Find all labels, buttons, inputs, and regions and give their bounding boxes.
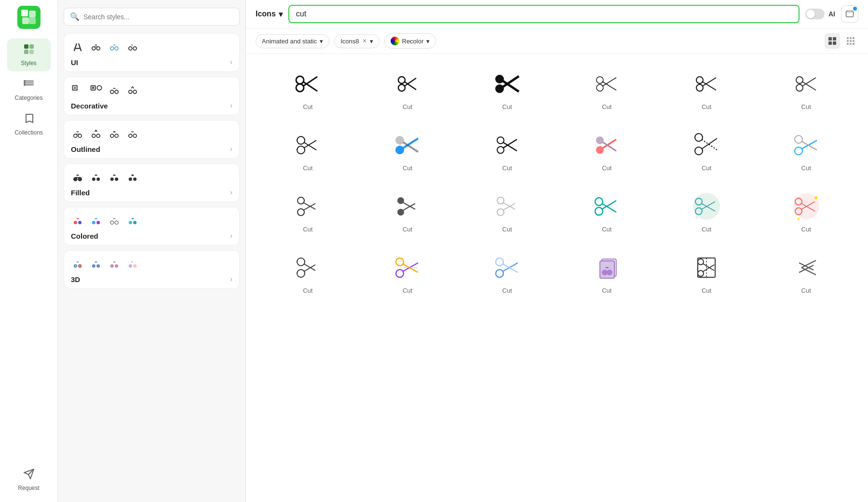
svg-point-28 — [97, 86, 101, 90]
filter-chevron-icon: ▾ — [320, 38, 323, 45]
list-view-button[interactable] — [843, 33, 858, 49]
svg-point-193 — [698, 271, 704, 276]
svg-line-122 — [304, 142, 316, 150]
svg-point-172 — [798, 218, 800, 220]
filter-animated-label: Animated and static — [262, 38, 317, 45]
svg-point-95 — [296, 84, 304, 92]
style-card-filled[interactable]: Filled › — [64, 163, 240, 202]
svg-point-111 — [696, 84, 703, 91]
svg-point-177 — [396, 270, 404, 277]
chevron-icon: › — [230, 101, 232, 110]
icon-item-cut-8[interactable]: Cut — [360, 125, 455, 176]
icon-item-cut-3[interactable]: Cut — [460, 64, 555, 115]
sidebar-item-label: Categories — [14, 95, 42, 101]
svg-point-174 — [297, 258, 305, 266]
style-card-decorative[interactable]: Decorative › — [64, 77, 240, 115]
sidebar-item-collections[interactable]: Collections — [7, 108, 51, 141]
icon-item-cut-7[interactable]: Cut — [260, 125, 355, 176]
svg-line-97 — [303, 77, 317, 86]
sidebar-item-categories[interactable]: Categories — [7, 73, 51, 106]
svg-point-19 — [115, 47, 118, 50]
svg-rect-94 — [853, 43, 854, 45]
svg-point-66 — [129, 221, 132, 224]
icon-item-cut-5[interactable]: Cut — [659, 64, 754, 115]
ai-toggle-switch[interactable] — [805, 9, 825, 19]
collections-icon — [23, 113, 35, 127]
icon-item-cut-2[interactable]: Cut — [360, 64, 455, 115]
icon-image — [292, 252, 323, 283]
search-box[interactable]: 🔍 — [64, 8, 240, 26]
filter-animated-static[interactable]: Animated and static ▾ — [256, 34, 329, 48]
main-search-input[interactable] — [288, 5, 800, 23]
sidebar-item-request[interactable]: Request — [7, 463, 51, 496]
icons-dropdown[interactable]: Icons ▾ — [256, 10, 283, 19]
icon-image — [591, 68, 622, 99]
icon-image — [791, 68, 822, 99]
svg-point-69 — [74, 264, 77, 268]
svg-rect-84 — [828, 41, 832, 45]
filter-source[interactable]: Icons8 ✕ ▾ — [334, 34, 379, 48]
svg-point-99 — [398, 84, 405, 91]
svg-point-171 — [814, 196, 817, 199]
style-card-footer: Outlined › — [71, 145, 232, 153]
icon-item-cut-11[interactable]: Cut — [659, 125, 754, 176]
icon-item-cut-17[interactable]: Cut — [659, 186, 754, 238]
style-card-icons — [71, 127, 232, 141]
icon-item-cut-23[interactable]: Cut — [659, 247, 754, 299]
filter-source-chevron: ▾ — [370, 38, 373, 45]
icon-image — [591, 252, 622, 283]
icon-item-cut-15[interactable]: Cut — [460, 186, 555, 238]
style-card-colored[interactable]: Colored › — [64, 207, 240, 245]
icon-item-cut-20[interactable]: Cut — [360, 247, 455, 299]
icon-image — [292, 68, 323, 99]
style-card-3d[interactable]: 3D › — [64, 250, 240, 289]
chevron-icon: › — [230, 188, 232, 197]
icon-image — [591, 191, 622, 222]
svg-point-39 — [96, 134, 100, 137]
icon-item-cut-13[interactable]: Cut — [260, 186, 355, 238]
svg-point-79 — [133, 264, 136, 268]
svg-point-183 — [496, 258, 503, 266]
sidebar-item-label: Collections — [14, 129, 43, 136]
screenshot-button[interactable] — [841, 5, 858, 23]
icon-item-cut-9[interactable]: Cut — [460, 125, 555, 176]
sidebar-item-styles[interactable]: Styles — [7, 39, 51, 71]
icon-item-cut-10[interactable]: Cut — [559, 125, 654, 176]
chevron-icon: › — [230, 231, 232, 240]
style-card-name: Outlined — [71, 145, 100, 153]
icon-label: Cut — [303, 164, 312, 172]
svg-rect-91 — [850, 43, 852, 45]
icon-item-cut-4[interactable]: Cut — [559, 64, 654, 115]
filter-recolor[interactable]: Recolor ▾ — [384, 33, 436, 49]
svg-point-70 — [78, 264, 81, 268]
style-card-outlined[interactable]: Outlined › — [64, 120, 240, 159]
sidebar: Styles Categories Collections — [0, 0, 58, 502]
icon-item-cut-6[interactable]: Cut — [759, 64, 854, 115]
svg-point-73 — [96, 264, 100, 268]
icon-image — [292, 191, 323, 222]
svg-point-34 — [74, 134, 77, 137]
svg-line-154 — [503, 203, 515, 209]
icon-item-cut-12[interactable]: Cut — [759, 125, 854, 176]
svg-line-197 — [801, 260, 816, 268]
icon-item-cut-19[interactable]: Cut — [260, 247, 355, 299]
icon-item-cut-24[interactable]: Cut — [759, 247, 854, 299]
icon-item-cut-14[interactable]: Cut — [360, 186, 455, 238]
svg-point-15 — [96, 47, 100, 50]
icon-item-cut-21[interactable]: Cut — [460, 247, 555, 299]
app-logo[interactable] — [17, 6, 41, 29]
icon-item-cut-1[interactable]: Cut — [260, 64, 355, 115]
svg-line-196 — [703, 264, 714, 271]
grid-view-button[interactable] — [825, 33, 840, 49]
icon-item-cut-18[interactable]: Cut — [759, 186, 854, 238]
svg-line-118 — [802, 81, 816, 90]
icon-item-cut-22[interactable]: Cut — [559, 247, 654, 299]
svg-point-38 — [92, 134, 95, 137]
search-icon: 🔍 — [70, 12, 80, 21]
icon-item-cut-16[interactable]: Cut — [559, 186, 654, 238]
svg-line-153 — [503, 204, 515, 210]
search-input[interactable] — [83, 13, 233, 21]
svg-rect-81 — [846, 11, 854, 17]
svg-rect-7 — [29, 50, 34, 54]
style-card-ui[interactable]: UI › — [64, 33, 240, 72]
